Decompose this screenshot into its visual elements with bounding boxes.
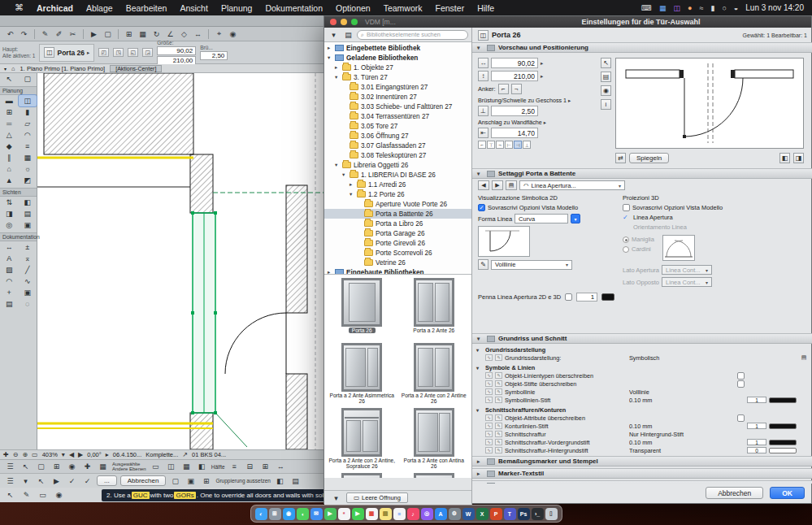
popup-icon[interactable]: ▸ [541,73,543,80]
tree-item[interactable]: ▸ 1. Objekte 27 [324,63,471,72]
pen-color-swatch[interactable] [769,423,797,429]
line-shape-menu-icon[interactable]: ▾ [571,214,580,223]
close-icon[interactable] [330,19,337,25]
prev-view-icon[interactable]: ◀ [69,451,74,458]
pen-number[interactable]: 0 [747,447,766,453]
dock-icon[interactable]: * [338,508,350,520]
dock-icon[interactable]: Ps [518,508,530,520]
arrow-tool-icon[interactable]: ▶ [88,28,100,39]
pen-number[interactable]: 1 [747,439,766,445]
dock-icon[interactable]: ◖ [297,508,309,520]
library-item[interactable]: Porta a 2 Ante Asimmetrica 26 [326,341,398,406]
tree-item[interactable]: ▾ 1.2 Porte 26 [324,189,471,199]
section-marker-textstil[interactable]: ▸ Marker-Textstil [472,468,812,479]
tree-item[interactable]: Porta a Battente 26 [324,209,471,219]
dialog-title-bar[interactable]: VDM [m... Einstellungen für die Tür-Ausw… [324,16,811,28]
separator[interactable] [208,29,209,39]
menu-item[interactable]: Ablage [80,3,119,13]
tree-item[interactable]: 3.02 Innentüren 27 [324,92,471,102]
lamp-tool[interactable]: ☼ [19,163,37,175]
sheet-icon[interactable]: ▤ [289,475,302,486]
suspend-groups-label[interactable]: Gruppierung aussetzen [215,478,271,484]
status-icon[interactable]: ≈ [699,4,703,12]
box-icon[interactable]: ▢ [169,475,181,486]
dock-icon[interactable]: ▦ [366,508,378,520]
empty-opening-button[interactable]: ▭ Leere Öffnung [346,492,408,503]
anchor-point[interactable]: ⊤ [487,141,495,149]
door-display-icon[interactable]: ◫ [165,462,177,472]
disclosure-icon[interactable]: ▸ [335,64,342,71]
dock-icon[interactable]: A [435,508,447,520]
override-checkbox[interactable] [737,372,745,380]
settings-row[interactable]: ▾ ∿ ✎ Symbole & Linien [472,363,812,371]
section-timbro-porta[interactable]: ▸ Configurazione Timbro Porta [472,480,812,484]
wall-tool[interactable]: ▬ [0,95,19,106]
pen-set[interactable]: 01 BKS 04... [192,451,226,458]
filled-box-icon[interactable]: ▣ [185,475,197,486]
setting-value[interactable]: Transparent [629,447,735,454]
separator[interactable] [83,29,84,39]
handle-radio[interactable] [623,236,629,243]
toolbox-group-dokumentation[interactable]: Dokumentation [0,232,37,241]
disclosure-icon[interactable]: ▾ [350,191,357,197]
target-icon[interactable]: ◉ [53,490,65,501]
tree-item[interactable]: 3.04 Terrassentüren 27 [324,111,471,121]
settings-row[interactable]: ∿ ✎ Schnittschraffur Nur Hintergrund-Sti… [472,430,812,438]
menu-icon[interactable]: ☰ [4,475,16,486]
swing-left-icon[interactable]: ◧ [779,153,790,163]
setting-value[interactable]: 0.10 mm [629,439,735,446]
tree-item[interactable]: Porta a Libro 26 [324,219,471,228]
door-plan-preview[interactable] [615,58,804,149]
select-icon[interactable]: ↖ [20,462,32,472]
marquee-tool[interactable]: ▢ [19,73,37,85]
settings-row[interactable]: ∿ ✎ Objekt-Linientypen überschreiben [472,371,812,380]
wall-display-icon[interactable]: ▭ [150,462,162,472]
disclosure-icon[interactable]: ▾ [328,54,335,61]
menu-item[interactable]: Bearbeiten [119,3,174,13]
object-tool[interactable]: ⌂ [0,163,19,175]
anchor-header-icon[interactable]: ¬ [511,84,522,94]
library-item[interactable]: Porta a 2 Ante con 2 Antine, Sopraluce 2… [326,406,398,471]
settings-row[interactable]: ∿ ✎ Schnittschraffur-Vordergrundstift 0.… [472,438,812,446]
section-preview-positioning[interactable]: ▾ Vorschau und Positionierung [472,42,812,53]
width-field[interactable]: 90,02 [157,46,196,55]
scale-value[interactable]: 06.4.150... [113,451,141,458]
camera-tool[interactable]: ▣ [19,219,37,231]
roof-tool[interactable]: △ [0,129,19,141]
dock-icon[interactable]: ▯ [545,508,558,520]
next-view-icon[interactable]: ▶ [78,451,83,458]
dock-icon[interactable]: W [462,508,475,520]
collapse-icon[interactable]: ⊟ [244,462,256,472]
redo-icon[interactable]: ↷ [18,28,30,39]
dock-icon[interactable]: ⚙ [449,508,461,520]
search-input[interactable]: ⌕ Bibliothekselemente suchen [357,30,468,40]
door-swing-toggle[interactable]: ◲ [142,48,153,57]
pen-color-swatch[interactable] [769,440,797,445]
check-icon[interactable]: ✓ [81,475,93,486]
menu-clock[interactable]: Lun 3 nov 14:20 [745,3,804,12]
beam-tool[interactable]: ═ [0,118,19,129]
tree-item[interactable]: 3.07 Glasfassaden 27 [324,141,471,150]
expand-icon[interactable]: ↗ [182,451,188,458]
prev-page-icon[interactable]: ◀ [478,180,489,190]
layer-combination[interactable]: Komplette... [145,451,178,458]
tree-item[interactable]: ▸ Eingebettete Bibliothek [324,43,471,53]
sill-height-field[interactable]: 2,50 [491,106,538,116]
status-icon[interactable]: ⌨ [641,4,652,12]
dock-icon[interactable]: ≡ [393,508,406,520]
eye-icon[interactable]: ◉ [601,85,611,96]
cancel-button[interactable]: Abbrechen [706,487,763,499]
setting-value[interactable]: Symbolisch [629,354,735,362]
tree-item[interactable]: Porte Scorrevoli 26 [324,248,471,258]
tree-item[interactable]: 3.08 Teleskoptüren 27 [324,150,471,160]
dock-icon[interactable]: ✉ [310,508,323,520]
origin-icon[interactable]: ⌖ [213,28,225,39]
layers-icon[interactable]: ▦ [97,462,109,472]
separator[interactable] [34,29,35,39]
cancel-edit-button[interactable]: Abbrechen [120,475,167,486]
override-mvo-3d-checkbox[interactable] [623,204,630,211]
setting-value[interactable]: Nur Hintergrund-Stift [629,431,735,438]
dock-icon[interactable]: ›_ [532,508,544,520]
anchor-point[interactable]: ⊥ [523,141,531,149]
actions-center[interactable]: [Aktions-Center] [110,65,162,72]
